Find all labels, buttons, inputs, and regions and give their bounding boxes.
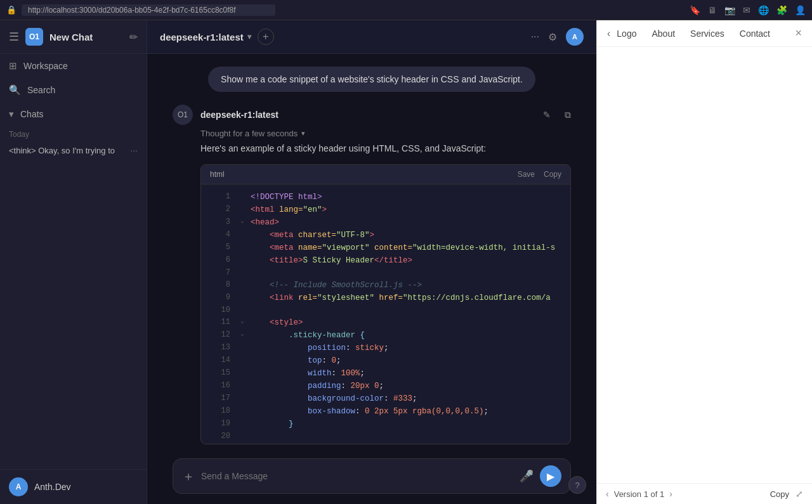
preview-nav-logo[interactable]: Logo (617, 27, 636, 40)
preview-content (597, 47, 812, 483)
profile-switch-icon[interactable]: 👤 (795, 5, 806, 15)
code-line-1: 1 <!DOCTYPE html> (201, 191, 570, 204)
message-input[interactable] (201, 471, 513, 481)
today-label: Today (0, 126, 147, 140)
browser-secure-icon: 🔒 (6, 5, 16, 15)
code-line-7: 7 (201, 267, 570, 279)
version-nav: ‹ Version 1 of 1 › (606, 489, 672, 499)
copy-response-icon[interactable]: ⧉ (565, 110, 571, 120)
preview-footer: ‹ Version 1 of 1 › Copy ⤢ (597, 483, 812, 504)
code-line-16: 16 padding: 20px 0; (201, 380, 570, 392)
preview-nav-services[interactable]: Services (690, 27, 724, 40)
thought-text: Thought for a few seconds (200, 129, 298, 138)
copy-label: Copy (544, 170, 561, 179)
sidebar-item-workspace[interactable]: ⊞ Workspace (0, 54, 147, 78)
code-line-14: 14 top: 0; (201, 354, 570, 367)
avatar: A (9, 477, 28, 496)
add-tab-button[interactable]: + (258, 29, 274, 45)
bookmark-icon[interactable]: 🔖 (690, 5, 700, 15)
code-line-17: 17 background-color: #333; (201, 392, 570, 405)
voice-input-button[interactable]: 🎤 (520, 469, 534, 483)
code-line-10: 10 (201, 304, 570, 316)
send-button[interactable]: ▶ (540, 465, 561, 487)
chats-label: Chats (20, 109, 44, 119)
code-language: html (210, 170, 225, 179)
save-label: Save (518, 170, 535, 179)
code-line-12: 12 ⌄ .sticky-header { (201, 329, 570, 342)
code-line-5: 5 <meta name="viewport" content="width=d… (201, 242, 570, 254)
code-line-3: 3 ⌄ <head> (201, 216, 570, 229)
save-button[interactable]: Save (518, 170, 535, 179)
sidebar-item-chats[interactable]: ▾ Chats (0, 102, 147, 126)
chat-more-icon[interactable]: ··· (130, 145, 138, 155)
search-icon: 🔍 (9, 84, 21, 96)
workspace-icon: ⊞ (9, 60, 17, 72)
main-content: deepseek-r1:latest ▾ + ··· ⚙ A Show me a… (147, 20, 596, 504)
preview-panel: ‹ Logo About Services Contact × ‹ Versio… (596, 20, 812, 504)
preview-close-button[interactable]: × (795, 27, 802, 40)
preview-back-button[interactable]: ‹ (607, 28, 610, 39)
extensions-icon[interactable]: 🧩 (776, 5, 787, 15)
url-text: http://localhost:3000/dd20b06a-bb05-4e2f… (28, 6, 236, 15)
user-message-text: Show me a code snippet of a website's st… (221, 74, 523, 84)
version-prev-button[interactable]: ‹ (606, 489, 609, 499)
settings-icon[interactable]: ⚙ (548, 31, 557, 43)
message-input-container: ＋ 🎤 ▶ (173, 458, 571, 494)
send-icon: ▶ (547, 470, 554, 482)
code-line-20: 20 (201, 430, 570, 443)
ai-avatar: O1 (173, 105, 193, 125)
ai-response-header: O1 deepseek-r1:latest ✎ ⧉ (173, 105, 571, 125)
copy-button[interactable]: Copy (544, 170, 561, 179)
code-line-9: 9 <link rel="stylesheet" href="https://c… (201, 292, 570, 304)
monitor-icon[interactable]: 🖥 (708, 5, 717, 15)
mail-icon[interactable]: ✉ (743, 5, 750, 15)
code-line-6: 6 <title>S Sticky Header</title> (201, 254, 570, 267)
globe-icon[interactable]: 🌐 (758, 5, 769, 15)
search-label: Search (27, 85, 55, 95)
version-label: Version 1 of 1 (614, 489, 665, 499)
thought-chevron-icon: ▾ (301, 129, 305, 138)
workspace-label: Workspace (23, 61, 68, 71)
user-name: Anth.Dev (34, 482, 71, 492)
menu-icon[interactable]: ☰ (9, 30, 19, 44)
code-line-11: 11 ⌄ <style> (201, 316, 570, 329)
code-line-21: 21 ⌄ .nav-links { (201, 443, 570, 444)
code-header-actions: Save Copy (518, 170, 561, 179)
attachment-button[interactable]: ＋ (182, 468, 195, 485)
code-line-18: 18 box-shadow: 0 2px 5px rgba(0,0,0,0.5)… (201, 405, 570, 418)
edit-response-icon[interactable]: ✎ (543, 110, 551, 120)
header-avatar[interactable]: A (566, 28, 584, 46)
address-bar[interactable]: http://localhost:3000/dd20b06a-bb05-4e2f… (22, 4, 275, 16)
sidebar-item-search[interactable]: 🔍 Search (0, 78, 147, 102)
preview-nav-about[interactable]: About (652, 27, 675, 40)
preview-nav: Logo About Services Contact (617, 27, 789, 40)
response-text: Here's an example of a sticky header usi… (200, 142, 571, 155)
title-bar-icons: 🔖 🖥 📷 ✉ 🌐 🧩 👤 (690, 5, 806, 15)
preview-nav-contact[interactable]: Contact (740, 27, 770, 40)
ai-response-area: O1 deepseek-r1:latest ✎ ⧉ Thought for a … (147, 98, 596, 451)
ai-name: deepseek-r1:latest (200, 110, 278, 120)
new-chat-title: New Chat (49, 32, 93, 42)
title-bar: 🔒 http://localhost:3000/dd20b06a-bb05-4e… (0, 0, 812, 20)
help-button[interactable]: ? (568, 476, 586, 494)
model-selector[interactable]: deepseek-r1:latest ▾ (160, 32, 251, 42)
preview-expand-button[interactable]: ⤢ (796, 489, 803, 499)
preview-copy-button[interactable]: Copy (770, 489, 789, 499)
sidebar-header: ☰ O1 New Chat ✏ (0, 20, 147, 54)
code-line-15: 15 width: 100%; (201, 367, 570, 380)
chat-history-item[interactable]: <think> Okay, so I'm trying to ··· (0, 140, 147, 160)
chat-history-text: <think> Okay, so I'm trying to (9, 146, 115, 155)
sidebar-bottom: A Anth.Dev (0, 469, 147, 504)
edit-icon[interactable]: ✏ (129, 31, 138, 43)
code-line-8: 8 <!-- Include SmoothScroll.js --> (201, 279, 570, 292)
user-message-area: Show me a code snippet of a website's st… (147, 54, 596, 98)
sidebar: ☰ O1 New Chat ✏ ⊞ Workspace 🔍 Search ▾ C… (0, 20, 147, 504)
code-line-19: 19 } (201, 418, 570, 430)
chat-header: deepseek-r1:latest ▾ + ··· ⚙ A (147, 20, 596, 54)
thought-label[interactable]: Thought for a few seconds ▾ (200, 129, 571, 138)
model-chevron-icon: ▾ (247, 32, 251, 41)
version-next-button[interactable]: › (669, 489, 672, 499)
more-options-icon[interactable]: ··· (531, 31, 539, 42)
preview-header: ‹ Logo About Services Contact × (597, 20, 812, 47)
camera-icon[interactable]: 📷 (724, 5, 735, 15)
